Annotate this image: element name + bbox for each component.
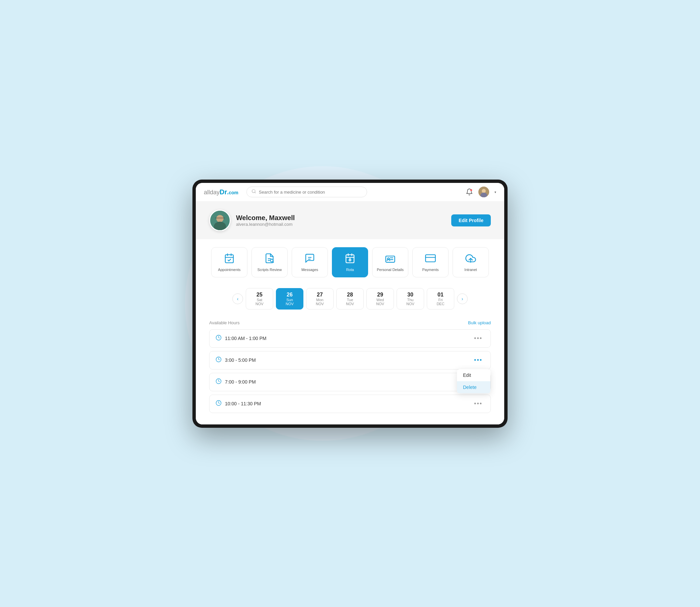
clock-icon-2 <box>216 356 222 364</box>
navbar: alldayDr.com <box>196 183 504 202</box>
credit-card-icon <box>425 253 436 265</box>
device-frame: alldayDr.com <box>193 180 507 428</box>
time-text-1: 11:00 AM - 1:00 PM <box>225 336 266 341</box>
svg-line-18 <box>273 261 274 262</box>
menu-label-personal-details: Personal Details <box>377 268 404 272</box>
time-slot-2: 3:00 - 5:00 PM ••• Edit Delete <box>209 351 491 370</box>
search-icon <box>252 189 256 195</box>
date-next-button[interactable]: › <box>457 293 468 304</box>
avatar <box>209 210 231 231</box>
available-hours-label: Available Hours <box>209 320 240 325</box>
bulk-upload-link[interactable]: Bulk upload <box>468 320 491 325</box>
svg-rect-10 <box>215 217 225 218</box>
chevron-down-icon[interactable]: ▾ <box>495 190 496 194</box>
dropdown-delete[interactable]: Delete <box>457 381 491 393</box>
menu-label-payments: Payments <box>422 268 439 272</box>
date-card-wed-29[interactable]: 29 Wed NOV <box>366 288 394 310</box>
menu-label-intranet: Intranet <box>464 268 477 272</box>
date-card-sat-25[interactable]: 25 Sat NOV <box>246 288 273 310</box>
nav-right: ▾ <box>466 187 496 197</box>
schedule-section: Available Hours Bulk upload 11:00 AM - 1… <box>196 315 504 424</box>
menu-cards: Appointments Scripts Rev <box>209 247 491 277</box>
dropdown-edit[interactable]: Edit <box>457 369 491 381</box>
time-slot-1: 11:00 AM - 1:00 PM ••• <box>209 329 491 348</box>
svg-rect-30 <box>425 255 435 261</box>
time-slot-left-1: 11:00 AM - 1:00 PM <box>216 335 266 342</box>
menu-label-appointments: Appointments <box>218 268 240 272</box>
menu-card-personal-details[interactable]: Personal Details <box>372 247 408 277</box>
date-card-sun-26[interactable]: 26 Sun NOV <box>276 288 303 310</box>
clock-icon-3 <box>216 378 222 385</box>
rota-icon <box>345 253 355 265</box>
time-slot-left-2: 3:00 - 5:00 PM <box>216 356 256 364</box>
avatar-nav-inner <box>478 187 489 197</box>
svg-point-2 <box>471 189 472 191</box>
avatar-nav[interactable] <box>478 187 489 197</box>
search-input[interactable] <box>259 190 362 195</box>
menu-card-payments[interactable]: Payments <box>412 247 448 277</box>
svg-point-8 <box>214 222 226 231</box>
time-text-3: 7:00 - 9:00 PM <box>225 379 256 384</box>
chat-icon <box>304 253 315 265</box>
more-options-button-4[interactable]: ••• <box>472 400 484 408</box>
dropdown-menu: Edit Delete <box>457 369 491 393</box>
time-slot-left-3: 7:00 - 9:00 PM <box>216 378 256 385</box>
menu-label-scripts-review: Scripts Review <box>258 268 282 272</box>
date-prev-button[interactable]: ‹ <box>232 293 243 304</box>
menu-card-appointments[interactable]: Appointments <box>211 247 247 277</box>
date-card-fri-01[interactable]: 01 Fri DEC <box>427 288 454 310</box>
schedule-header: Available Hours Bulk upload <box>209 320 491 325</box>
more-options-button-2[interactable]: ••• <box>472 356 484 364</box>
date-picker: ‹ 25 Sat NOV 26 Sun NOV 27 Mon NOV 28 Tu… <box>196 283 504 315</box>
cloud-icon <box>465 253 476 265</box>
profile-left: Welcome, Maxwell alvera.leannon@hotmail.… <box>209 210 295 231</box>
svg-rect-26 <box>386 256 395 262</box>
id-card-icon <box>385 253 396 265</box>
time-text-2: 3:00 - 5:00 PM <box>225 357 256 363</box>
clock-icon-4 <box>216 400 222 407</box>
menu-label-rota: Rota <box>346 268 354 272</box>
menu-section: Appointments Scripts Rev <box>196 239 504 283</box>
date-card-tue-28[interactable]: 28 Tue NOV <box>336 288 364 310</box>
clock-icon-1 <box>216 335 222 342</box>
profile-email: alvera.leannon@hotmail.com <box>236 222 295 227</box>
date-card-mon-27[interactable]: 27 Mon NOV <box>306 288 334 310</box>
menu-label-messages: Messages <box>301 268 318 272</box>
svg-rect-11 <box>225 255 233 263</box>
date-card-thu-30[interactable]: 30 Thu NOV <box>397 288 424 310</box>
menu-card-scripts-review[interactable]: Scripts Review <box>252 247 288 277</box>
device-screen: alldayDr.com <box>196 183 504 424</box>
menu-card-intranet[interactable]: Intranet <box>453 247 489 277</box>
profile-welcome: Welcome, Maxwell <box>236 214 295 222</box>
logo: alldayDr.com <box>204 188 238 196</box>
scripts-icon <box>264 253 275 265</box>
svg-line-1 <box>255 192 256 193</box>
svg-point-4 <box>482 189 486 193</box>
profile-info: Welcome, Maxwell alvera.leannon@hotmail.… <box>236 214 295 227</box>
menu-card-rota[interactable]: Rota <box>332 247 368 277</box>
edit-profile-button[interactable]: Edit Profile <box>451 214 491 227</box>
time-slot-3: 7:00 - 9:00 PM ••• <box>209 373 491 391</box>
more-options-button-1[interactable]: ••• <box>472 334 484 343</box>
time-slot-left-4: 10:00 - 11:30 PM <box>216 400 261 407</box>
search-bar[interactable] <box>246 187 367 197</box>
menu-card-messages[interactable]: Messages <box>292 247 328 277</box>
profile-section: Welcome, Maxwell alvera.leannon@hotmail.… <box>196 202 504 239</box>
bell-icon[interactable] <box>466 188 473 196</box>
time-slot-4: 10:00 - 11:30 PM ••• <box>209 395 491 413</box>
calendar-check-icon <box>224 253 235 265</box>
time-text-4: 10:00 - 11:30 PM <box>225 401 261 406</box>
